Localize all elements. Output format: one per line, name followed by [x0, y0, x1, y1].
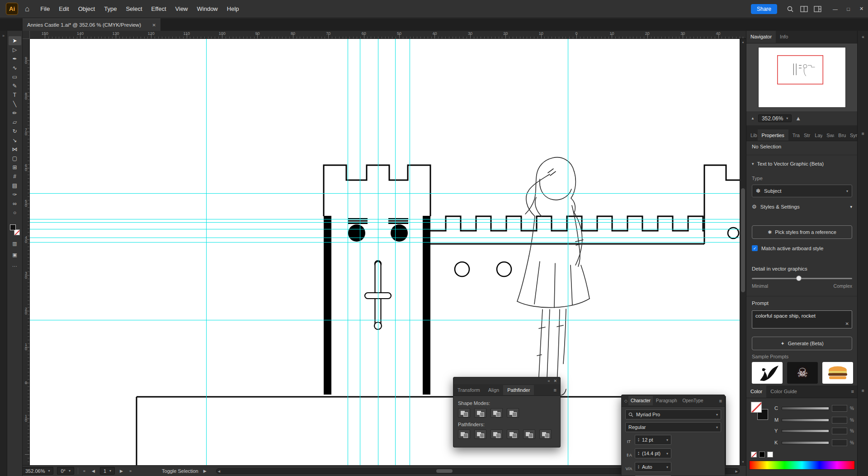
collapse-panel-icon[interactable]: «: [547, 379, 550, 383]
tab-brushes[interactable]: Bru: [834, 129, 846, 141]
tower-porthole-left[interactable]: [348, 224, 365, 242]
color-spectrum-bar[interactable]: [749, 461, 855, 470]
draw-mode-icon[interactable]: ▥: [12, 241, 17, 247]
left-tower[interactable]: [324, 165, 430, 395]
type-select[interactable]: ✽ Subject ▾: [752, 185, 852, 197]
search-icon[interactable]: [783, 0, 797, 18]
document-tab[interactable]: Annies Castle 1.ai* @ 352.06 % (CMYK/Pre…: [23, 19, 160, 31]
kerning-select[interactable]: ▴▾ Auto ▾: [635, 462, 671, 472]
arrange-documents-icon[interactable]: [797, 0, 811, 18]
right-tower-circle[interactable]: [728, 228, 739, 238]
previous-artboard-button[interactable]: ◀: [90, 469, 96, 473]
zoom-tool[interactable]: ○: [9, 208, 21, 217]
vertical-ruler[interactable]: 9 08 07 06 05 04 03 02 01 001 0: [23, 39, 30, 465]
close-panel-icon[interactable]: ✕: [553, 379, 557, 383]
pen-tool[interactable]: ✒: [9, 54, 21, 63]
tab-info[interactable]: Info: [776, 31, 792, 43]
paintbrush-tool[interactable]: ✎: [9, 81, 21, 90]
tab-swatches[interactable]: Swa: [822, 129, 834, 141]
clear-prompt-icon[interactable]: ✕: [845, 321, 849, 326]
horizontal-ruler[interactable]: 1501401301201101009080706050403020100102…: [30, 31, 746, 39]
scroll-left-icon[interactable]: ◀: [218, 469, 220, 474]
font-style-select[interactable]: Regular ▾: [625, 422, 721, 432]
pick-styles-button[interactable]: ✱ Pick styles from a reference: [752, 225, 852, 239]
tab-layers[interactable]: Lay: [811, 129, 822, 141]
cross-ornament[interactable]: [365, 261, 391, 329]
panel-menu-icon[interactable]: ≡: [858, 131, 868, 136]
menu-item[interactable]: View: [171, 3, 193, 14]
tab-properties[interactable]: Properties: [758, 129, 788, 141]
tab-libraries[interactable]: Lib: [746, 129, 758, 141]
type-tool[interactable]: T: [9, 90, 21, 100]
text-to-vector-section-header[interactable]: ▾ Text to Vector Graphic (Beta): [752, 161, 852, 167]
intersect-button[interactable]: [491, 408, 503, 418]
trim-button[interactable]: [474, 429, 486, 439]
scroll-down-icon[interactable]: ▾: [740, 459, 746, 465]
menu-item[interactable]: Window: [193, 3, 222, 14]
zoom-in-mountain-icon[interactable]: ▲: [795, 115, 801, 122]
menu-item[interactable]: Effect: [147, 3, 171, 14]
tab-transform[interactable]: Transform: [453, 385, 484, 395]
stepper-icon[interactable]: ▴▾: [638, 465, 639, 469]
panel-collapse-icon[interactable]: ◇: [624, 399, 627, 403]
white-swatch[interactable]: [767, 452, 773, 457]
panel-menu-icon[interactable]: ≡: [848, 386, 858, 398]
tab-color-guide[interactable]: Color Guide: [766, 386, 801, 398]
menu-item[interactable]: Object: [74, 3, 100, 14]
prompt-input[interactable]: colorful space ship, rocket ✕: [752, 310, 852, 328]
sample-prompt-skull[interactable]: ☠: [787, 362, 818, 384]
panel-menu-icon[interactable]: ≡: [858, 388, 868, 393]
edit-toolbar-icon[interactable]: ⋯: [12, 263, 17, 269]
rectangle-tool[interactable]: ▭: [9, 72, 21, 81]
free-transform-tool[interactable]: ▢: [9, 154, 21, 163]
shape-builder-tool[interactable]: ⊞: [9, 163, 21, 172]
tab-opentype[interactable]: OpenType: [680, 396, 706, 405]
tab-pathfinder[interactable]: Pathfinder: [503, 385, 534, 395]
font-size-select[interactable]: ▴▾ 12 pt ▾: [635, 435, 671, 445]
divide-button[interactable]: [458, 429, 470, 439]
scroll-up-icon[interactable]: ▴: [740, 39, 746, 45]
line-segment-tool[interactable]: ╲: [9, 100, 21, 109]
crop-button[interactable]: [507, 429, 519, 439]
navigator-preview[interactable]: [746, 43, 858, 111]
menu-item[interactable]: Edit: [54, 3, 73, 14]
direct-selection-tool[interactable]: ▷: [9, 45, 21, 54]
blend-tool[interactable]: ∞: [9, 199, 21, 208]
black-swatch[interactable]: [759, 452, 765, 457]
none-swatch[interactable]: [751, 452, 757, 457]
screen-mode-icon[interactable]: ▣: [12, 252, 17, 258]
exclude-button[interactable]: [507, 408, 519, 418]
menu-item[interactable]: Help: [222, 3, 244, 14]
tower-window-right[interactable]: [388, 218, 408, 224]
match-artboard-row[interactable]: ✓ Match active artboard style: [752, 245, 852, 251]
detail-slider[interactable]: [752, 278, 852, 279]
close-button[interactable]: ✕: [855, 0, 868, 18]
tab-align[interactable]: Align: [484, 385, 503, 395]
unite-button[interactable]: [458, 408, 470, 418]
tab-color[interactable]: Color: [746, 386, 766, 398]
outline-button[interactable]: [523, 429, 535, 439]
tower-window-left[interactable]: [348, 218, 368, 224]
home-icon[interactable]: ⌂: [25, 5, 29, 14]
last-artboard-button[interactable]: »: [128, 469, 133, 473]
workspace-switcher-icon[interactable]: [811, 0, 824, 18]
horizontal-scrollbar-thumb[interactable]: [436, 469, 453, 473]
tab-navigator[interactable]: Navigator: [746, 31, 776, 43]
eyedropper-tool[interactable]: ✑: [9, 190, 21, 199]
leading-select[interactable]: ▴▾ (14.4 pt) ▾: [635, 448, 671, 458]
magenta-value-input[interactable]: [832, 417, 847, 424]
vertical-scrollbar-thumb[interactable]: [741, 188, 745, 292]
tab-symbols[interactable]: Sym: [846, 129, 858, 141]
generate-button[interactable]: ✦ Generate (Beta): [752, 337, 852, 350]
black-slider[interactable]: [782, 441, 829, 444]
expand-toolbar-icon[interactable]: »: [2, 33, 5, 38]
minus-front-button[interactable]: [474, 408, 486, 418]
zoom-level-select[interactable]: 352.06% ▾: [22, 467, 53, 475]
cyan-slider[interactable]: [782, 407, 829, 410]
next-artboard-button[interactable]: ▶: [118, 469, 124, 473]
menu-item[interactable]: File: [36, 3, 54, 14]
sample-prompt-burger[interactable]: [822, 362, 853, 384]
wall-circle-right[interactable]: [497, 262, 511, 276]
menu-item[interactable]: Type: [99, 3, 121, 14]
toolbar-collapse-strip[interactable]: »: [0, 31, 7, 476]
